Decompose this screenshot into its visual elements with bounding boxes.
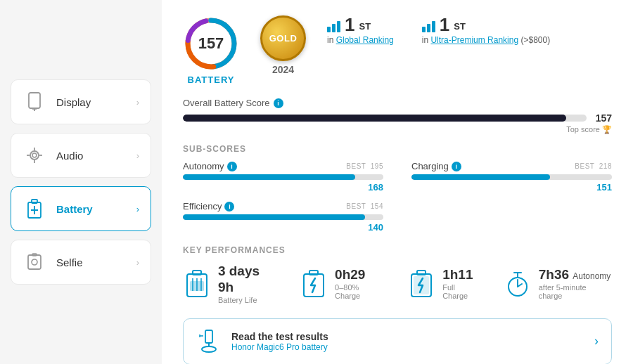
global-ranking-item: 1 ST in Global Ranking [327,15,394,45]
sub-score-charging-header: Charging i BEST 218 [411,161,612,171]
key-perf-title: KEY PERFORMANCES [183,245,612,255]
sidebar-item-audio[interactable]: Audio › [11,133,151,178]
header-row: 157 BATTERY GOLD 2024 1 ST [183,15,612,85]
charging-label: Charging i [411,161,461,171]
full-charge-sublabel: Full Charge [442,283,482,300]
selfie-icon [23,250,46,274]
overall-info-icon[interactable]: i [274,98,283,108]
cta-subtitle: Honor Magic6 Pro battery [231,342,328,352]
microscope-icon [196,329,222,354]
bars-icon [327,21,340,32]
global-ranking-link[interactable]: Global Ranking [336,35,394,45]
global-ranking-position: 1 [345,15,354,34]
cta-banner[interactable]: Read the test results Honor Magic6 Pro b… [183,318,612,364]
ultra-ranking-sup: ST [454,22,466,31]
ultra-ranking-suffix: (>$800) [520,35,550,45]
global-ranking-sup: ST [359,22,371,31]
efficiency-value: 140 [183,222,383,233]
charging-bar-outer [411,174,612,180]
charging-value: 151 [411,182,612,193]
ultra-ranking-item: 1 ST in Ultra-Premium Ranking (>$800) [422,15,550,45]
sidebar-item-selfie-label: Selfie [56,256,127,268]
gold-year: 2024 [272,64,294,75]
key-perf-charge-80: 0h29 0–80% Charge [300,264,386,304]
score-label: BATTERY [188,74,235,85]
battery-life-icon [183,268,211,299]
score-circle-wrap: 157 BATTERY [183,15,239,85]
overall-bar-outer [183,115,587,122]
chevron-right-icon: › [136,150,139,161]
sidebar: Display › Audio › Battery [0,0,162,364]
svg-rect-13 [28,255,41,269]
overall-bar-value: 157 [592,112,612,124]
sub-score-empty [411,201,612,233]
charge-80-value: 0h29 [335,267,386,283]
battery-life-text: 3 days 9h Battery Life [218,264,279,304]
sub-score-autonomy-header: Autonomy i BEST 195 [183,161,383,171]
sub-scores-title: SUB-SCORES [183,144,612,154]
sidebar-item-selfie[interactable]: Selfie › [11,240,151,285]
svg-point-39 [202,346,216,352]
autonomy-label: Autonomy i [183,161,237,171]
cta-text: Read the test results Honor Magic6 Pro b… [231,331,328,352]
efficiency-label: Efficiency i [183,201,234,212]
top-score-label: Top score 🏆 [183,125,612,134]
charging-bar-inner [411,174,550,180]
key-perf-full-charge: 1h11 Full Charge [407,264,482,304]
overall-score-section: Overall Battery Score i 157 Top score 🏆 [183,98,612,134]
battery-icon [23,197,46,221]
ultra-ranking-position: 1 [440,15,449,34]
score-circle: 157 [183,15,239,72]
charging-best: BEST 218 [575,162,612,170]
sub-scores-grid: Autonomy i BEST 195 168 Charging i BEST … [183,161,612,233]
sidebar-item-display[interactable]: Display › [11,79,151,124]
efficiency-bar-outer [183,214,383,220]
svg-rect-0 [29,93,40,108]
sub-score-efficiency: Efficiency i BEST 154 140 [183,201,383,233]
svg-point-4 [32,153,37,157]
chevron-right-active-icon: › [136,204,139,214]
autonomy-bar-inner [183,174,355,180]
efficiency-info-icon[interactable]: i [224,202,234,212]
overall-bar-inner [183,115,566,122]
main-content: 157 BATTERY GOLD 2024 1 ST [162,0,633,364]
efficiency-bar-inner [183,214,365,220]
gold-badge-wrap: GOLD 2024 [260,15,306,75]
overall-label-text: Overall Battery Score [183,98,270,108]
svg-rect-10 [32,200,37,203]
chevron-right-icon: › [136,257,139,268]
ultra-ranking-desc: in Ultra-Premium Ranking (>$800) [422,35,550,45]
rankings: 1 ST in Global Ranking 1 ST [327,15,612,45]
global-ranking-desc: in Global Ranking [327,35,394,45]
score-number: 157 [198,34,224,53]
sub-score-charging: Charging i BEST 218 151 [411,161,612,193]
full-charge-value: 1h11 [442,267,482,283]
autonomy-info-icon[interactable]: i [227,162,237,171]
key-perf-5min: 7h36 Autonomy after 5-minute charge [504,264,612,304]
sidebar-item-display-label: Display [56,96,127,108]
full-charge-icon [407,268,435,299]
timer-icon [504,268,532,299]
charge-80-sublabel: 0–80% Charge [335,283,386,300]
5min-sublabel: after 5-minute charge [539,283,612,300]
sidebar-item-battery-label: Battery [56,203,127,215]
display-icon [23,90,46,114]
ultra-ranking-top: 1 ST [422,15,550,34]
5min-value: 7h36 Autonomy [539,267,612,283]
sub-score-efficiency-header: Efficiency i BEST 154 [183,201,383,212]
cta-arrow-icon[interactable]: › [594,334,599,349]
overall-score-bar-row: 157 [183,112,612,124]
svg-point-14 [32,259,37,265]
svg-rect-22 [193,271,201,275]
gold-badge: GOLD [260,15,306,61]
svg-rect-30 [417,271,426,275]
sidebar-item-battery[interactable]: Battery › [11,186,151,231]
autonomy-value: 168 [183,182,383,193]
svg-rect-3 [30,151,39,160]
charging-info-icon[interactable]: i [452,162,461,171]
autonomy-bar-outer [183,174,383,180]
ultra-ranking-link[interactable]: Ultra-Premium Ranking [430,35,518,45]
charge-80-text: 0h29 0–80% Charge [335,267,386,300]
cta-title: Read the test results [231,331,328,342]
svg-rect-28 [309,271,318,275]
